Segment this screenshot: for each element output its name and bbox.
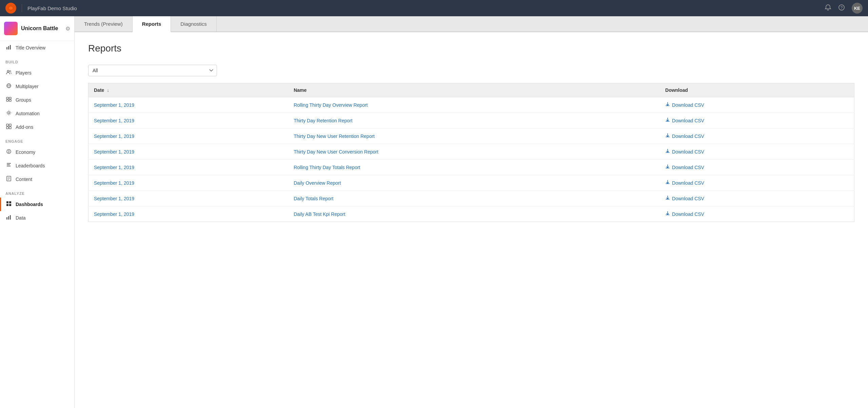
sidebar-item-title-overview[interactable]: Title Overview (0, 41, 74, 55)
sidebar-item-automation[interactable]: Automation (0, 107, 74, 120)
svg-rect-12 (6, 100, 8, 101)
report-name-link[interactable]: Daily Overview Report (294, 180, 341, 186)
svg-point-14 (8, 112, 10, 114)
download-csv-label: Download CSV (672, 102, 704, 108)
automation-icon (5, 110, 12, 117)
user-avatar[interactable]: KE (852, 3, 863, 14)
report-name-link[interactable]: Daily Totals Report (294, 196, 333, 201)
name-column-header: Name (288, 83, 660, 97)
sidebar-item-dashboards[interactable]: Dashboards (0, 198, 74, 211)
report-date-link[interactable]: September 1, 2019 (94, 211, 134, 217)
report-name-link[interactable]: Thirty Day Retention Report (294, 118, 353, 123)
economy-label: Economy (16, 149, 35, 155)
sidebar-item-multiplayer[interactable]: Multiplayer (0, 80, 74, 93)
leaderboards-icon (5, 162, 12, 169)
report-name-link[interactable]: Thirty Day New User Conversion Report (294, 149, 378, 155)
svg-rect-27 (9, 204, 11, 206)
svg-rect-18 (9, 127, 11, 129)
tab-diagnostics[interactable]: Diagnostics (171, 16, 217, 32)
sidebar-item-groups[interactable]: Groups (0, 93, 74, 107)
svg-rect-21 (7, 164, 10, 165)
svg-rect-5 (8, 46, 9, 49)
addons-label: Add-ons (16, 124, 33, 130)
table-row: September 1, 2019Thirty Day Retention Re… (88, 113, 854, 128)
filter-section: All Daily Weekly Monthly (88, 65, 854, 76)
download-column-header: Download (660, 83, 854, 97)
content-label: Content (16, 177, 32, 182)
table-row: September 1, 2019Daily Totals ReportDown… (88, 191, 854, 206)
players-icon (5, 69, 12, 76)
download-csv-label: Download CSV (672, 118, 704, 123)
sidebar-item-data[interactable]: Data (0, 211, 74, 225)
report-date-link[interactable]: September 1, 2019 (94, 180, 134, 186)
svg-rect-26 (6, 204, 8, 206)
report-date-link[interactable]: September 1, 2019 (94, 165, 134, 170)
sidebar-game-header: Unicorn Battle ⚙ (0, 16, 74, 41)
sidebar-item-addons[interactable]: Add-ons (0, 120, 74, 134)
svg-rect-30 (10, 215, 11, 220)
download-csv-link[interactable]: Download CSV (665, 149, 849, 155)
date-sort-arrow: ↓ (107, 87, 109, 93)
sidebar-item-economy[interactable]: Economy (0, 145, 74, 159)
automation-label: Automation (16, 111, 40, 116)
download-csv-link[interactable]: Download CSV (665, 133, 849, 139)
download-icon (665, 118, 670, 123)
data-label: Data (16, 215, 26, 221)
help-icon[interactable]: ? (838, 4, 845, 13)
report-name-link[interactable]: Daily AB Test Kpi Report (294, 211, 345, 217)
tab-reports[interactable]: Reports (133, 16, 171, 32)
svg-rect-28 (6, 217, 7, 220)
download-icon (665, 149, 670, 155)
report-date-link[interactable]: September 1, 2019 (94, 134, 134, 139)
download-icon (665, 211, 670, 217)
sidebar-item-content[interactable]: Content (0, 172, 74, 186)
svg-rect-16 (9, 124, 11, 126)
report-date-link[interactable]: September 1, 2019 (94, 149, 134, 155)
filter-dropdown[interactable]: All Daily Weekly Monthly (88, 65, 217, 76)
table-row: September 1, 2019Daily AB Test Kpi Repor… (88, 206, 854, 222)
tab-trends[interactable]: Trends (Preview) (75, 16, 133, 32)
report-name-link[interactable]: Rolling Thirty Day Overview Report (294, 102, 368, 108)
download-csv-link[interactable]: Download CSV (665, 211, 849, 217)
download-csv-link[interactable]: Download CSV (665, 196, 849, 201)
sidebar-item-leaderboards[interactable]: Leaderboards (0, 159, 74, 172)
svg-rect-24 (6, 201, 8, 203)
table-row: September 1, 2019Daily Overview ReportDo… (88, 175, 854, 191)
addons-icon (5, 124, 12, 130)
content-icon (5, 176, 12, 183)
download-csv-link[interactable]: Download CSV (665, 102, 849, 108)
download-csv-label: Download CSV (672, 196, 704, 201)
svg-point-8 (9, 70, 11, 72)
dashboards-label: Dashboards (16, 202, 43, 207)
report-name-link[interactable]: Rolling Thirty Day Totals Report (294, 165, 360, 170)
download-icon (665, 102, 670, 108)
main-content: Trends (Preview) Reports Diagnostics Rep… (75, 16, 868, 408)
date-column-header[interactable]: Date ↓ (88, 83, 289, 97)
players-label: Players (16, 70, 32, 76)
svg-rect-29 (8, 216, 9, 220)
table-row: September 1, 2019Rolling Thirty Day Tota… (88, 160, 854, 175)
table-row: September 1, 2019Thirty Day New User Ret… (88, 128, 854, 144)
build-section-label: BUILD (0, 55, 74, 66)
download-csv-link[interactable]: Download CSV (665, 180, 849, 186)
report-date-link[interactable]: September 1, 2019 (94, 102, 134, 108)
leaderboards-label: Leaderboards (16, 163, 45, 168)
report-date-link[interactable]: September 1, 2019 (94, 196, 134, 201)
sidebar-item-players[interactable]: Players (0, 66, 74, 80)
multiplayer-label: Multiplayer (16, 84, 39, 89)
bell-icon[interactable] (825, 4, 831, 13)
svg-rect-13 (9, 100, 11, 101)
svg-point-7 (7, 70, 9, 72)
settings-gear-icon[interactable]: ⚙ (65, 25, 70, 32)
data-icon (5, 215, 12, 221)
download-icon (665, 133, 670, 139)
page-title: Reports (88, 43, 854, 54)
table-row: September 1, 2019Thirty Day New User Con… (88, 144, 854, 160)
report-name-link[interactable]: Thirty Day New User Retention Report (294, 134, 375, 139)
title-overview-icon (5, 44, 12, 51)
download-csv-link[interactable]: Download CSV (665, 118, 849, 123)
download-csv-link[interactable]: Download CSV (665, 164, 849, 170)
report-date-link[interactable]: September 1, 2019 (94, 118, 134, 123)
game-icon (4, 22, 18, 35)
studio-name: PlayFab Demo Studio (27, 5, 821, 11)
